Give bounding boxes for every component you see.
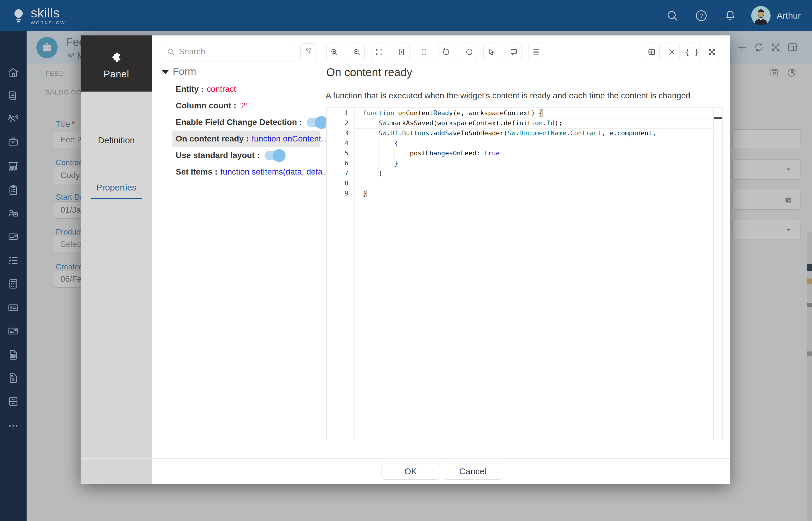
collapse-caret-icon <box>162 70 169 74</box>
code-line-8 <box>355 178 713 188</box>
code-line-3: SW.UI.Buttons.addSaveToSubHeader(SW.Docu… <box>355 128 713 138</box>
editor-toolbar-left <box>326 43 544 61</box>
puzzle-icon <box>110 51 123 64</box>
code-line-2: SW.markAsSaved(workspaceContext.definiti… <box>355 118 713 128</box>
zoom-out-button[interactable] <box>349 43 365 61</box>
tree-item-value: '2' <box>239 101 247 111</box>
sidebar-item-money-check-icon[interactable]: $ <box>7 301 20 314</box>
line-number: 3 <box>327 128 354 138</box>
line-number: 2 <box>327 118 354 128</box>
funnel-icon <box>304 47 313 56</box>
tree-item-column-count[interactable]: Column count :'2' <box>172 97 320 114</box>
collapse-block-button[interactable] <box>416 43 432 61</box>
code-line-6: } <box>355 158 713 168</box>
sidebar-item-team-icon[interactable] <box>7 113 20 125</box>
sidebar-item-jobs-icon[interactable] <box>7 136 20 148</box>
code-line-7: ) <box>355 168 713 178</box>
tree-node-form[interactable]: Form <box>162 66 196 77</box>
sidebar-item-crm-icon[interactable] <box>7 207 20 220</box>
comment-button[interactable] <box>506 43 522 61</box>
menu-icon <box>532 48 541 56</box>
braces-button[interactable]: { } <box>684 43 700 61</box>
tree-item-label: Entity : <box>176 85 204 94</box>
sidebar-item-file-dollar-icon[interactable]: $ <box>7 372 20 384</box>
comment-icon <box>509 48 518 56</box>
toggle-enable-field-change-detection[interactable] <box>307 118 326 127</box>
line-number: 8 <box>327 178 354 188</box>
cancel-button[interactable]: Cancel <box>444 463 502 480</box>
tree-item-label: Set Items : <box>176 167 217 177</box>
property-search <box>161 42 296 62</box>
sidebar-item-archive-icon[interactable] <box>7 395 20 408</box>
user-avatar[interactable] <box>751 6 771 25</box>
panel-tab-definition[interactable]: Definition <box>80 135 152 145</box>
table-button[interactable] <box>644 43 659 61</box>
username[interactable]: Arthur <box>776 10 801 21</box>
close-button[interactable] <box>664 43 680 61</box>
panel-title: Panel <box>80 69 152 80</box>
braces-icon: { } <box>685 48 699 56</box>
sidebar-item-meetings-icon[interactable] <box>7 160 20 173</box>
sidebar-item-checklist-icon[interactable] <box>7 254 20 267</box>
tree-item-set-items[interactable]: Set Items :function setItems(data, defa… <box>172 164 320 180</box>
brand-subtitle: WORKFLOW <box>31 20 66 25</box>
fit-button[interactable] <box>371 43 387 61</box>
search-input[interactable] <box>178 47 291 57</box>
editor-code-area: function onContentReady(e, workspaceCont… <box>355 108 713 440</box>
tree-item-enable-field-change-detection[interactable]: Enable Field Change Detection : <box>172 114 320 131</box>
toggle-knob <box>315 116 328 129</box>
filter-button[interactable] <box>300 43 317 60</box>
tree-item-label: Use standard layout : <box>176 151 260 160</box>
pane-divider <box>320 64 320 459</box>
line-number: 6 <box>327 158 354 168</box>
sidebar-item-calculator-icon[interactable] <box>7 278 20 290</box>
tree-item-value: function setItems(data, defa… <box>221 167 331 177</box>
notifications-bell-icon[interactable] <box>723 9 737 22</box>
expand-block-button[interactable] <box>394 43 410 61</box>
editor-title: On content ready <box>326 66 413 79</box>
editor-scrollbar-thumb[interactable] <box>714 117 722 119</box>
tree-item-on-content-ready[interactable]: On content ready :function onContent… <box>172 131 320 147</box>
undo-button[interactable] <box>439 43 455 61</box>
zoom-in-button[interactable] <box>326 43 342 61</box>
tree-item-value: contract <box>207 85 236 94</box>
undo-icon <box>442 48 451 56</box>
lightbulb-logo-icon <box>10 7 27 24</box>
maximize-button[interactable] <box>704 43 720 61</box>
zoom-in-icon <box>330 48 339 56</box>
redo-button[interactable] <box>461 43 477 61</box>
expand-block-icon <box>397 48 406 56</box>
tree-item-use-standard-layout[interactable]: Use standard layout : <box>172 147 320 164</box>
sidebar-item-tasks-icon[interactable] <box>7 184 20 197</box>
search-icon <box>166 48 175 56</box>
side-navigation: $$ <box>0 31 27 521</box>
panel-tab-properties[interactable]: Properties <box>80 183 152 192</box>
line-number: 7 <box>327 168 354 178</box>
search-icon[interactable] <box>666 9 679 22</box>
code-editor[interactable]: 123456789 function onContentReady(e, wor… <box>326 107 722 440</box>
toggle-use-standard-layout[interactable] <box>264 151 283 160</box>
editor-scrollbar[interactable] <box>713 108 722 440</box>
menu-button[interactable] <box>528 43 544 61</box>
code-line-4: { <box>355 138 713 148</box>
property-tree: Entity :contractColumn count :'2'Enable … <box>172 81 320 180</box>
sidebar-item-home-icon[interactable] <box>7 66 20 78</box>
editor-gutter: 123456789 <box>327 108 355 440</box>
panel-properties-dialog: Panel DefinitionProperties Form Entity :… <box>80 36 730 484</box>
top-bar: skills WORKFLOW ? Arthur <box>0 0 812 31</box>
app-logo[interactable]: skills WORKFLOW <box>10 6 66 25</box>
tree-item-label: Column count : <box>176 101 236 111</box>
line-number: 4 <box>327 138 354 148</box>
editor-toolbar-right: { } <box>644 43 720 61</box>
sidebar-item-more-icon[interactable] <box>7 420 20 432</box>
ok-button[interactable]: OK <box>381 463 440 480</box>
sidebar-item-card-icon[interactable] <box>7 325 20 337</box>
sidebar-item-file-grid-icon[interactable] <box>7 348 20 361</box>
pointer-button[interactable] <box>483 43 499 61</box>
sidebar-item-knowledge-icon[interactable] <box>7 89 20 101</box>
code-line-1: function onContentReady(e, workspaceCont… <box>355 108 713 118</box>
sidebar-item-id-card-icon[interactable] <box>7 230 20 243</box>
fit-icon <box>375 48 384 56</box>
tree-item-entity[interactable]: Entity :contract <box>172 81 320 97</box>
help-icon[interactable]: ? <box>695 9 708 22</box>
